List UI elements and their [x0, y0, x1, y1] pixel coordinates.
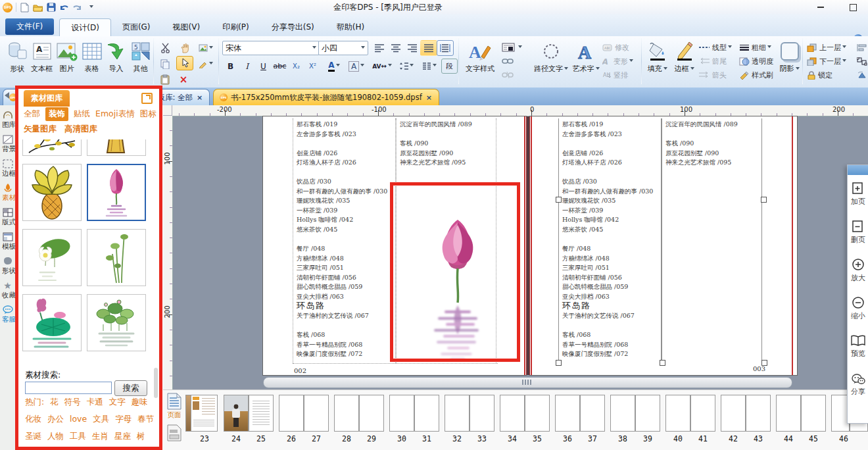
import-button[interactable]: 导入 — [104, 40, 128, 74]
word-art-button[interactable]: A 艺术字 — [571, 40, 600, 74]
hot-tag[interactable]: 文字 — [109, 397, 126, 408]
insert-other-button[interactable]: 5 其他 — [128, 40, 153, 74]
arrow-tail-button[interactable]: 箭尾 — [698, 55, 732, 67]
transform-button[interactable]: A变形 — [602, 55, 633, 67]
paste-button[interactable] — [158, 73, 172, 86]
zoom-out-button[interactable]: 缩小 — [848, 289, 868, 328]
hot-tag[interactable]: 符号 — [64, 397, 81, 408]
rail-item-background[interactable]: 背景 — [2, 134, 15, 154]
char-border-button[interactable]: A — [346, 59, 367, 74]
cut-button[interactable] — [158, 41, 172, 55]
canvas-horizontal-scrollbar[interactable] — [263, 377, 792, 388]
insert-table-button[interactable]: 表格 — [80, 40, 104, 74]
tab-hd-library[interactable]: 高清图库 — [64, 124, 97, 135]
page-thumb-spread[interactable]: 3637 — [555, 395, 605, 443]
menu-design[interactable]: 设计(D) — [59, 18, 111, 37]
hot-tag[interactable]: 办公 — [47, 414, 64, 425]
menu-page[interactable]: 页面(G) — [111, 18, 162, 36]
page-thumb-spread[interactable]: 3839 — [610, 395, 660, 443]
columns-button[interactable] — [419, 59, 440, 74]
paragraph-button[interactable]: 段 — [441, 59, 458, 74]
strikethrough-button[interactable]: abc — [272, 59, 288, 74]
page-thumb-spread[interactable]: 2627 — [279, 395, 329, 443]
line-type-button[interactable]: 线型 — [698, 41, 732, 53]
zoom-in-button[interactable]: 放大 — [848, 251, 868, 289]
hot-tag[interactable]: 热门: — [25, 397, 44, 408]
hot-tag[interactable]: 工具 — [70, 431, 86, 442]
text-style-button[interactable]: A 文字样式 — [462, 40, 498, 74]
border-button[interactable]: 边框 — [672, 40, 696, 74]
menu-view[interactable]: 视图(V) — [162, 18, 212, 36]
tab-icons[interactable]: 图标 — [140, 109, 157, 120]
add-page-button[interactable]: 加页 — [848, 175, 868, 213]
collapse-sidebar-button[interactable] — [1, 90, 12, 101]
page-thumb-spread[interactable]: 3233 — [445, 395, 494, 443]
hot-tag[interactable]: 趣味 — [132, 397, 148, 408]
asset-thumb-trunk[interactable] — [87, 139, 146, 156]
toc-frame-right-page-selected[interactable]: 那石客栈 /019左舍游多多客栈 /023创意店铺 /026灯塔渔人杯子店 /0… — [558, 118, 763, 363]
rail-item-frame[interactable]: 边框 — [2, 158, 15, 178]
asset-thumb-branch[interactable] — [22, 139, 82, 156]
scrollbar-grip[interactable] — [522, 380, 531, 385]
font-family-select[interactable]: 宋体 — [222, 41, 320, 55]
char-spacing-button[interactable]: AV↔ — [371, 59, 393, 74]
asset-thumb-lotus-bud-selected[interactable] — [87, 164, 146, 221]
menu-file[interactable]: 文件(F) — [5, 18, 54, 35]
thickness-button[interactable]: 粗细 — [739, 41, 773, 53]
copy-button[interactable] — [158, 57, 172, 70]
share-button[interactable]: 分享 — [848, 366, 868, 404]
hot-tag[interactable]: 星座 — [114, 431, 131, 442]
lock-button[interactable]: 锁定 — [807, 69, 846, 81]
align-left-button[interactable] — [371, 40, 388, 56]
vertical-text-button[interactable]: Ab竖排 — [602, 69, 633, 81]
text-wrap-button[interactable] — [502, 41, 522, 53]
doc-tab-current-book[interactable]: DPS 书-175x250mm软皮平装-旅游随笔190802-1059.dpsf… — [213, 89, 439, 105]
asset-search-button[interactable]: 搜索 — [114, 380, 147, 396]
italic-button[interactable]: I — [239, 59, 255, 74]
path-text-button[interactable]: 路径文字 — [534, 40, 568, 74]
style-brush-button[interactable]: 样式刷 — [739, 69, 773, 81]
line-spacing-button[interactable] — [396, 59, 417, 74]
lotus-image[interactable] — [420, 216, 496, 362]
close-icon[interactable]: × — [425, 93, 433, 102]
arrow-head-button[interactable]: 箭头 — [698, 69, 732, 81]
delete-button[interactable]: × — [176, 73, 191, 86]
align-right-button[interactable] — [404, 40, 421, 56]
selection-handle[interactable] — [761, 197, 767, 203]
expand-panel-icon[interactable] — [141, 93, 153, 104]
page-thumb-spread[interactable]: 4445 — [776, 395, 826, 443]
tab-vector-library[interactable]: 矢量图库 — [24, 124, 57, 135]
asset-thumb-lotus-cluster[interactable] — [87, 294, 146, 351]
hot-tag[interactable]: 花 — [50, 397, 59, 408]
bring-forward-button[interactable]: 上一层 — [807, 41, 846, 53]
insert-picture-button[interactable]: 图片 — [55, 40, 79, 74]
superscript-button[interactable]: X² — [304, 59, 321, 74]
layout-view-button[interactable] — [165, 424, 183, 450]
tab-all[interactable]: 全部 — [24, 109, 40, 120]
rail-item-support[interactable]: 客服 — [2, 304, 15, 324]
asset-search-input[interactable] — [25, 382, 112, 394]
group-objects-icon[interactable] — [857, 55, 867, 67]
hot-tag[interactable]: 树 — [137, 431, 145, 442]
maximize-button[interactable] — [844, 3, 861, 12]
asset-thumb-lotus-pond[interactable] — [22, 294, 82, 351]
page-thumb-23[interactable]: 23 — [185, 395, 218, 443]
align-justify-button[interactable] — [420, 40, 437, 56]
rail-item-favorites[interactable]: ★ 收藏 — [2, 280, 15, 300]
subscript-button[interactable]: X₂ — [288, 59, 304, 74]
page-thumb-spread[interactable]: 3435 — [500, 395, 550, 443]
preview-button[interactable]: 预览 — [848, 328, 868, 366]
hot-tag[interactable]: 文具 — [93, 414, 109, 425]
rail-item-assets[interactable]: 素材 — [2, 182, 15, 203]
tab-decoration[interactable]: 装饰 — [45, 107, 68, 121]
underline-button[interactable]: U — [255, 59, 272, 74]
close-icon[interactable]: × — [196, 93, 203, 102]
menu-help[interactable]: 帮助(H) — [326, 18, 375, 36]
rail-item-template[interactable]: 模板 — [2, 231, 15, 251]
align-distribute-button[interactable] — [437, 40, 454, 56]
send-backward-button[interactable]: 下一层 — [807, 55, 846, 67]
hot-tag[interactable]: 化妆 — [25, 414, 41, 425]
unlink-text-button[interactable] — [502, 69, 522, 81]
align-objects-icon[interactable] — [857, 41, 867, 53]
fill-button[interactable]: 填充 — [645, 40, 669, 74]
